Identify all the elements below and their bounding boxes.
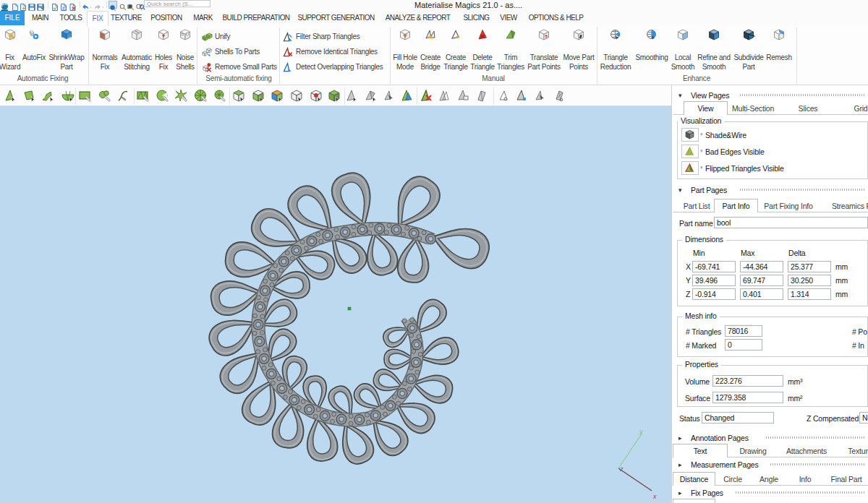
svg-text:y: y	[639, 428, 643, 435]
svg-text:x: x	[652, 493, 657, 500]
svg-text:z: z	[619, 465, 624, 473]
